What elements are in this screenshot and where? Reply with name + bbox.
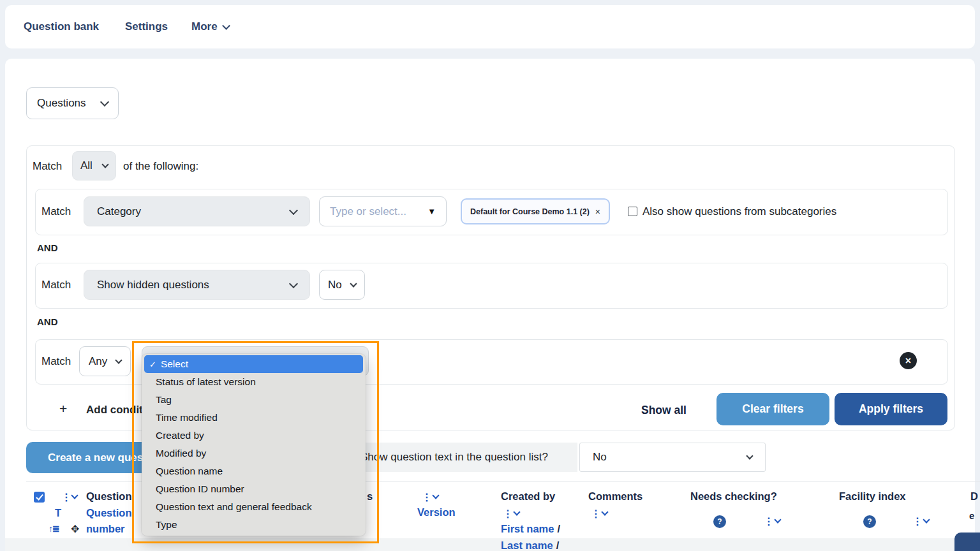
apply-filters-label: Apply filters	[859, 402, 923, 416]
show-question-text-select[interactable]: No	[579, 443, 766, 472]
show-all-link[interactable]: Show all	[641, 404, 687, 417]
chevron-down-icon	[746, 452, 753, 459]
tag-label: Default for Course Demo 1.1 (2)	[470, 207, 590, 216]
sort-by-last-name-link[interactable]: Last name/	[501, 540, 559, 551]
nav-settings[interactable]: Settings	[125, 20, 168, 33]
annotation-highlight	[132, 341, 379, 543]
hidden-field-value: Show hidden questions	[97, 279, 209, 291]
show-question-text-label-band: Show question text in the question list?	[357, 443, 577, 472]
join-mode-value: Any	[89, 355, 107, 368]
chevron-down-icon	[350, 280, 357, 287]
top-nav-bar: Question bank Settings More	[5, 5, 975, 48]
category-value-combobox[interactable]: Type or select... ▼	[319, 196, 447, 226]
column-comments: Comments	[588, 490, 642, 503]
kebab-menu-icon[interactable]: ⋮	[422, 491, 432, 503]
remove-condition-button[interactable]: ×	[900, 352, 917, 369]
nav-question-bank[interactable]: Question bank	[24, 20, 99, 33]
hidden-value: No	[328, 279, 342, 291]
sort-by-type-link[interactable]: T	[55, 507, 61, 519]
show-question-text-label: Show question text in the question list?	[357, 451, 548, 464]
of-following-label: of the following:	[123, 160, 198, 173]
chevron-down-icon	[100, 98, 109, 107]
show-question-text-value: No	[593, 451, 607, 464]
slash-separator: /	[556, 540, 560, 551]
match-mode-select[interactable]: All	[72, 151, 116, 180]
questions-menu-label: Questions	[37, 97, 86, 110]
column-version-link[interactable]: Version	[417, 506, 456, 518]
match-label: Match	[33, 160, 62, 173]
subcategories-checkbox[interactable]	[628, 207, 637, 216]
last-name-label: Last name	[501, 540, 553, 551]
select-all-checkbox[interactable]	[34, 492, 45, 503]
chevron-down-icon	[289, 279, 298, 288]
row-match-label: Match	[41, 355, 71, 368]
plus-icon[interactable]: +	[59, 401, 67, 416]
kebab-menu-icon[interactable]: ⋮	[591, 508, 601, 520]
help-icon[interactable]: ?	[863, 515, 876, 528]
kebab-menu-icon[interactable]: ⋮	[912, 515, 923, 527]
partial-button[interactable]	[954, 533, 980, 551]
chevron-down-icon	[101, 161, 108, 168]
hidden-field-select[interactable]: Show hidden questions	[84, 270, 310, 300]
kebab-menu-icon[interactable]: ⋮	[503, 508, 513, 520]
clear-filters-button[interactable]: Clear filters	[716, 393, 829, 425]
apply-filters-button[interactable]: Apply filters	[835, 393, 947, 425]
close-icon: ×	[905, 356, 911, 366]
slash-separator: /	[557, 523, 560, 534]
column-needs-checking: Needs checking?	[690, 490, 777, 503]
chevron-down-icon	[115, 356, 122, 364]
category-field-select[interactable]: Category	[84, 196, 310, 226]
chevron-down-icon	[289, 205, 298, 214]
kebab-menu-icon[interactable]: ⋮	[61, 491, 71, 503]
column-facility-index: Facility index	[839, 490, 906, 503]
first-name-label: First name	[501, 523, 554, 534]
questions-menu-button[interactable]: Questions	[26, 87, 119, 119]
sort-by-question-name-link[interactable]: Question	[86, 507, 132, 519]
clear-filters-label: Clear filters	[742, 402, 803, 416]
sort-by-first-name-link[interactable]: First name/	[501, 523, 560, 535]
column-created-by: Created by	[501, 490, 555, 503]
move-icon[interactable]: ✥	[71, 523, 79, 535]
sort-by-id-number-link[interactable]: number	[86, 523, 125, 535]
join-mode-select[interactable]: Any	[79, 346, 131, 376]
row-match-label: Match	[41, 279, 71, 291]
remove-tag-icon[interactable]: ×	[595, 207, 600, 217]
sort-icon[interactable]: ↑≣	[48, 524, 59, 534]
match-mode-value: All	[80, 159, 93, 172]
subcategories-label: Also show questions from subcategories	[642, 205, 836, 218]
and-separator: AND	[37, 242, 58, 253]
and-separator: AND	[37, 316, 58, 327]
caret-down-icon: ▼	[427, 207, 436, 216]
column-question: Question	[86, 490, 132, 503]
chevron-down-icon	[222, 22, 230, 30]
category-field-value: Category	[97, 205, 141, 218]
kebab-menu-icon[interactable]: ⋮	[764, 515, 774, 527]
combobox-placeholder: Type or select...	[330, 205, 406, 218]
help-icon[interactable]: ?	[713, 515, 726, 528]
column-partial-e: e	[969, 510, 974, 521]
column-partial-d: D	[970, 490, 978, 503]
question-bank-page: Question bank Settings More Questions Ma…	[0, 0, 980, 551]
nav-more[interactable]: More	[191, 20, 218, 33]
row-match-label: Match	[41, 205, 71, 218]
selected-category-tag[interactable]: Default for Course Demo 1.1 (2) ×	[461, 198, 610, 224]
hidden-value-select[interactable]: No	[319, 270, 365, 300]
